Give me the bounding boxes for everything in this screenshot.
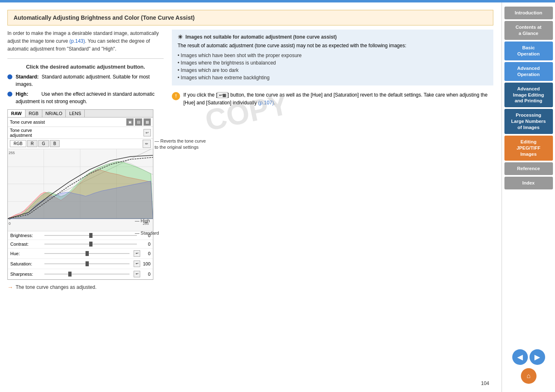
contrast-value: 0 [140, 242, 150, 247]
bullet-label-standard: Standard: [16, 74, 39, 80]
slider-contrast: Contrast: 0 [8, 240, 153, 249]
panel-wrapper: RAW RGB NR/ALO LENS Tone curve assist ▣ … [7, 109, 180, 280]
sidebar-nav-bottom: ◀ ▶ ⌂ [512, 349, 545, 392]
tab-rgb[interactable]: RGB [25, 110, 42, 117]
btn-assist-2[interactable]: ▤ [135, 118, 142, 126]
link-p143[interactable]: (p.143) [69, 38, 85, 44]
tab-nralo[interactable]: NR/ALO [42, 110, 66, 117]
warning-bullet-3: Images which are too dark [178, 67, 488, 74]
bullet-dot-standard [7, 74, 12, 79]
tab-raw[interactable]: RAW [8, 110, 25, 117]
sub-tab-r[interactable]: R [27, 140, 37, 147]
sharpness-reset[interactable]: ↩ [134, 271, 140, 277]
sidebar-btn-basic[interactable]: BasicOperation [504, 42, 553, 60]
tone-curve-adjustment-label: Tone curve adjustment [10, 128, 55, 138]
step-instruction: Click the desired automatic adjustment b… [7, 64, 164, 70]
tone-curve-chart: 255 0 0 255 [8, 149, 153, 231]
hue-track[interactable] [44, 253, 130, 254]
sidebar-btn-index[interactable]: Index [504, 177, 553, 189]
btn-assist-1[interactable]: ▣ [126, 118, 134, 126]
slider-saturation: Saturation: ↩ 100 [8, 259, 153, 269]
note-exclamation-icon: ! [172, 92, 180, 100]
sharpness-label: Sharpness: [10, 272, 41, 277]
annotation-high: — High [135, 218, 150, 223]
home-button[interactable]: ⌂ [521, 368, 536, 384]
warning-bullet-2: Images where the brightness is unbalance… [178, 59, 488, 67]
annotation-standard: — Standard [135, 231, 159, 235]
sidebar-btn-contents[interactable]: Contents ata Glance [504, 21, 553, 40]
saturation-track[interactable] [44, 263, 130, 264]
prev-page-button[interactable]: ◀ [512, 349, 528, 365]
btn-adj-reset[interactable]: ↩ [143, 129, 151, 136]
sidebar-btn-advanced-image[interactable]: AdvancedImage Editingand Printing [504, 83, 553, 108]
svg-text:0: 0 [9, 217, 11, 221]
sub-tab-b[interactable]: B [50, 140, 60, 147]
panel-tabs: RAW RGB NR/ALO LENS [8, 110, 153, 118]
slider-hue: Hue: ↩ 0 [8, 249, 153, 259]
bullet-item-high: High:Use when the effect achieved in sta… [7, 90, 164, 105]
saturation-thumb[interactable] [86, 261, 89, 266]
warning-bullet-1: Images which have been shot with the pro… [178, 52, 488, 59]
contrast-thumb[interactable] [89, 242, 92, 247]
btn-icon-inline: ↩▦ [217, 92, 228, 98]
hue-thumb[interactable] [86, 251, 89, 256]
slider-sharpness: Sharpness: ↩ 0 [8, 269, 153, 279]
hue-value: 0 [140, 251, 150, 256]
sharpness-track[interactable] [44, 274, 130, 274]
link-p107[interactable]: (p.107) [258, 100, 274, 106]
note-box: ! If you click the [↩▦] button, the tone… [172, 91, 493, 107]
right-column: ☀ Images not suitable for automatic adju… [172, 30, 493, 291]
sub-tabs: RGB R G B [10, 140, 60, 147]
hue-label: Hue: [10, 251, 41, 256]
warning-bullets: Images which have been shot with the pro… [178, 52, 488, 81]
warning-title-text: Images not suitable for automatic adjust… [185, 34, 337, 40]
contrast-track[interactable] [44, 244, 137, 244]
panel-row-subtabs: RGB R G B ✏ [8, 139, 153, 149]
bottom-text: The tone curve changes as adjusted. [16, 284, 97, 290]
brightness-thumb[interactable] [89, 233, 92, 238]
sidebar-btn-advanced[interactable]: AdvancedOperation [504, 62, 553, 81]
saturation-value: 100 [140, 261, 150, 266]
saturation-label: Saturation: [10, 261, 41, 266]
arrow-right-icon: → [7, 284, 13, 291]
bullet-item-standard: Standard: Standard automatic adjustment.… [7, 73, 164, 88]
panel-row-assist: Tone curve assist ▣ ▤ ▦ [8, 118, 153, 127]
content-area: Automatically Adjusting Brightness and C… [0, 2, 502, 392]
note-text: If you click the [↩▦] button, the tone c… [183, 91, 493, 107]
bottom-arrow-row: → The tone curve changes as adjusted. [7, 284, 164, 291]
bullet-list: Standard: Standard automatic adjustment.… [7, 73, 164, 105]
sidebar-btn-introduction[interactable]: Introduction [504, 7, 553, 19]
hue-reset[interactable]: ↩ [134, 250, 140, 257]
sidebar-btn-processing[interactable]: ProcessingLarge Numbersof Images [504, 109, 553, 134]
sidebar-btn-reference[interactable]: Reference [504, 162, 553, 175]
panel-row-adjustment: Tone curve adjustment ↩ [8, 127, 153, 139]
tone-curve-panel: RAW RGB NR/ALO LENS Tone curve assist ▣ … [7, 109, 153, 280]
sub-tab-rgb[interactable]: RGB [10, 140, 26, 147]
bullet-label-high: High: [16, 91, 28, 97]
sub-tab-g[interactable]: G [38, 140, 49, 147]
btn-pencil[interactable]: ✏ [143, 140, 151, 148]
left-column: In order to make the image a desirable s… [7, 30, 164, 291]
brightness-label: Brightness: [10, 233, 41, 238]
saturation-reset[interactable]: ↩ [134, 261, 140, 267]
intro-text: In order to make the image a desirable s… [7, 30, 164, 59]
contrast-label: Contrast: [10, 242, 41, 247]
warning-bullet-4: Images which have extreme backlighting [178, 74, 488, 81]
svg-text:0: 0 [9, 221, 11, 226]
btn-assist-3[interactable]: ▦ [143, 118, 151, 126]
tab-lens[interactable]: LENS [66, 110, 85, 117]
warning-title: ☀ Images not suitable for automatic adju… [178, 34, 488, 40]
section-title: Automatically Adjusting Brightness and C… [7, 10, 493, 25]
next-page-button[interactable]: ▶ [530, 349, 545, 365]
sidebar-btn-editing[interactable]: EditingJPEG/TIFFImages [504, 136, 553, 161]
right-sidebar: Introduction Contents ata Glance BasicOp… [502, 2, 555, 392]
sharpness-thumb[interactable] [68, 272, 72, 277]
bullet-text-high: Use when the effect achieved in standard… [16, 91, 155, 104]
warning-sun-icon: ☀ [178, 34, 183, 40]
brightness-track[interactable] [44, 235, 137, 236]
slider-brightness: Brightness: 0 [8, 231, 153, 240]
warning-box: ☀ Images not suitable for automatic adju… [172, 30, 493, 85]
chart-area: 255 0 0 255 [8, 149, 153, 231]
bullet-dot-high [7, 92, 12, 97]
warning-intro: The result of automatic adjustment (tone… [178, 43, 488, 48]
